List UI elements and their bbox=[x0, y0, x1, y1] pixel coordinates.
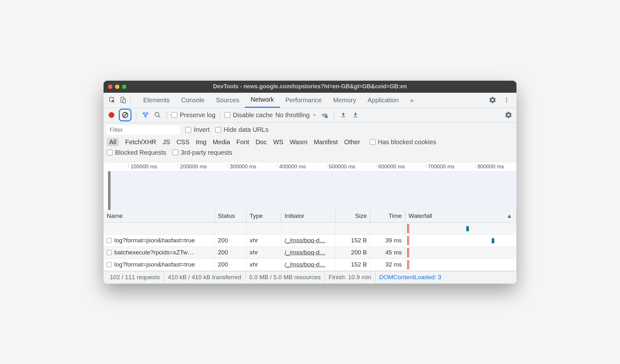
download-har-icon[interactable] bbox=[351, 110, 360, 120]
tab-memory[interactable]: Memory bbox=[327, 92, 362, 108]
tl-tick: 800000 ms bbox=[475, 164, 504, 167]
request-type: xhr bbox=[246, 259, 281, 271]
svg-rect-12 bbox=[354, 117, 357, 117]
request-status: 200 bbox=[215, 235, 246, 246]
record-button[interactable] bbox=[107, 110, 116, 120]
throttling-select[interactable]: No throttling bbox=[275, 111, 317, 119]
type-all[interactable]: All bbox=[107, 138, 119, 146]
tab-performance[interactable]: Performance bbox=[280, 92, 328, 108]
col-time[interactable]: Time bbox=[370, 210, 405, 222]
tab-application[interactable]: Application bbox=[362, 92, 404, 108]
col-type[interactable]: Type bbox=[246, 210, 281, 222]
blocked-requests-label: Blocked Requests bbox=[115, 149, 166, 156]
col-name[interactable]: Name bbox=[104, 210, 215, 222]
status-requests: 102 / 111 requests bbox=[106, 271, 164, 284]
maximize-window-button[interactable] bbox=[122, 84, 126, 89]
invert-label: Invert bbox=[194, 126, 210, 133]
inspect-element-icon[interactable] bbox=[107, 95, 118, 105]
status-domcontentloaded: DOMContentLoaded: 3 bbox=[375, 271, 445, 284]
settings-gear-icon[interactable] bbox=[487, 95, 498, 105]
type-media[interactable]: Media bbox=[213, 138, 230, 146]
request-time: 32 ms bbox=[370, 259, 405, 271]
type-wasm[interactable]: Wasm bbox=[290, 138, 307, 146]
col-initiator[interactable]: Initiator bbox=[281, 210, 335, 222]
row-checkbox[interactable] bbox=[107, 262, 112, 267]
svg-line-9 bbox=[158, 116, 160, 118]
table-row[interactable] bbox=[104, 223, 516, 235]
window-title: DevTools - news.google.com/topstories?hl… bbox=[104, 83, 516, 90]
panel-tabs: Elements Console Sources Network Perform… bbox=[138, 92, 487, 108]
tab-console[interactable]: Console bbox=[175, 92, 210, 108]
type-css[interactable]: CSS bbox=[176, 138, 189, 146]
devtools-window: DevTools - news.google.com/topstories?hl… bbox=[104, 81, 516, 284]
tab-elements[interactable]: Elements bbox=[138, 92, 175, 108]
col-status[interactable]: Status bbox=[215, 210, 246, 222]
type-doc[interactable]: Doc bbox=[255, 138, 267, 146]
tl-tick: 300000 ms bbox=[227, 164, 256, 167]
type-fetch-xhr[interactable]: Fetch/XHR bbox=[125, 138, 156, 146]
tab-sources[interactable]: Sources bbox=[210, 92, 245, 108]
network-conditions-icon[interactable] bbox=[320, 110, 329, 120]
type-js[interactable]: JS bbox=[163, 138, 170, 146]
third-party-label: 3rd-party requests bbox=[181, 149, 232, 156]
svg-line-7 bbox=[123, 113, 127, 117]
blocked-requests-checkbox[interactable]: Blocked Requests bbox=[107, 149, 166, 156]
request-name: log?format=json&hasfast=true bbox=[114, 261, 195, 268]
row-checkbox[interactable] bbox=[107, 250, 112, 255]
col-waterfall[interactable]: Waterfall ▲ bbox=[405, 210, 516, 222]
status-bar: 102 / 111 requests 410 kB / 410 kB trans… bbox=[104, 271, 516, 284]
third-party-checkbox[interactable]: 3rd-party requests bbox=[172, 149, 232, 156]
table-row[interactable]: log?format=json&hasfast=true 200 xhr /_/… bbox=[104, 259, 516, 271]
search-icon[interactable] bbox=[153, 110, 162, 120]
request-time: 45 ms bbox=[370, 247, 405, 259]
type-other[interactable]: Other bbox=[344, 138, 360, 146]
request-name: batchexecute?rpcids=xZTw… bbox=[114, 249, 194, 256]
request-initiator[interactable]: /_/mss/boq-d… bbox=[285, 249, 326, 256]
type-filter-row: All Fetch/XHR JS CSS Img Media Font Doc … bbox=[107, 138, 513, 146]
network-settings-icon[interactable] bbox=[504, 110, 513, 120]
request-size: 200 B bbox=[335, 247, 370, 259]
request-size: 152 B bbox=[335, 235, 370, 246]
status-resources: 5.0 MB / 5.0 MB resources bbox=[246, 271, 325, 284]
has-blocked-cookies-checkbox[interactable]: Has blocked cookies bbox=[370, 138, 436, 146]
request-initiator[interactable]: /_/mss/boq-d… bbox=[285, 261, 326, 268]
table-row[interactable]: log?format=json&hasfast=true 200 xhr /_/… bbox=[104, 235, 516, 247]
separator bbox=[334, 111, 334, 119]
status-finish: Finish: 10.9 min bbox=[325, 271, 375, 284]
timeline-body bbox=[104, 171, 516, 210]
titlebar: DevTools - news.google.com/topstories?hl… bbox=[104, 81, 516, 93]
hide-data-urls-checkbox[interactable]: Hide data URLs bbox=[215, 126, 268, 133]
svg-point-4 bbox=[506, 99, 507, 100]
tl-tick: 500000 ms bbox=[327, 164, 355, 167]
type-ws[interactable]: WS bbox=[273, 138, 283, 146]
type-font[interactable]: Font bbox=[236, 138, 249, 146]
tl-tick: 700000 ms bbox=[426, 164, 455, 167]
throttling-value: No throttling bbox=[275, 111, 310, 119]
filter-toggle-icon[interactable] bbox=[141, 110, 150, 120]
upload-har-icon[interactable] bbox=[339, 110, 348, 120]
filter-input[interactable] bbox=[107, 125, 180, 135]
close-window-button[interactable] bbox=[108, 84, 112, 89]
separator bbox=[220, 111, 220, 119]
type-manifest[interactable]: Manifest bbox=[314, 138, 338, 146]
tab-network[interactable]: Network bbox=[245, 92, 280, 108]
request-initiator[interactable]: /_/mss/boq-d… bbox=[285, 237, 326, 244]
more-tabs-button[interactable]: » bbox=[404, 92, 419, 108]
network-toolbar: Preserve log Disable cache No throttling bbox=[104, 108, 516, 123]
minimize-window-button[interactable] bbox=[115, 84, 119, 89]
table-header: Name Status Type Initiator Size Time Wat… bbox=[104, 210, 516, 223]
timeline-overview[interactable]: 100000 ms 200000 ms 300000 ms 400000 ms … bbox=[104, 162, 516, 210]
invert-checkbox[interactable]: Invert bbox=[185, 126, 210, 133]
col-size[interactable]: Size bbox=[335, 210, 370, 222]
table-row[interactable]: batchexecute?rpcids=xZTw… 200 xhr /_/mss… bbox=[104, 247, 516, 259]
tl-tick: 600000 ms bbox=[376, 164, 405, 167]
preserve-log-checkbox[interactable]: Preserve log bbox=[172, 111, 215, 119]
disable-cache-checkbox[interactable]: Disable cache bbox=[225, 111, 273, 119]
tl-tick: 100000 ms bbox=[128, 164, 157, 167]
device-toggle-icon[interactable] bbox=[118, 95, 128, 105]
clear-log-button[interactable] bbox=[119, 109, 131, 121]
row-checkbox[interactable] bbox=[107, 238, 112, 243]
kebab-menu-icon[interactable] bbox=[501, 95, 512, 105]
request-table: Name Status Type Initiator Size Time Wat… bbox=[104, 210, 516, 271]
type-img[interactable]: Img bbox=[196, 138, 206, 146]
